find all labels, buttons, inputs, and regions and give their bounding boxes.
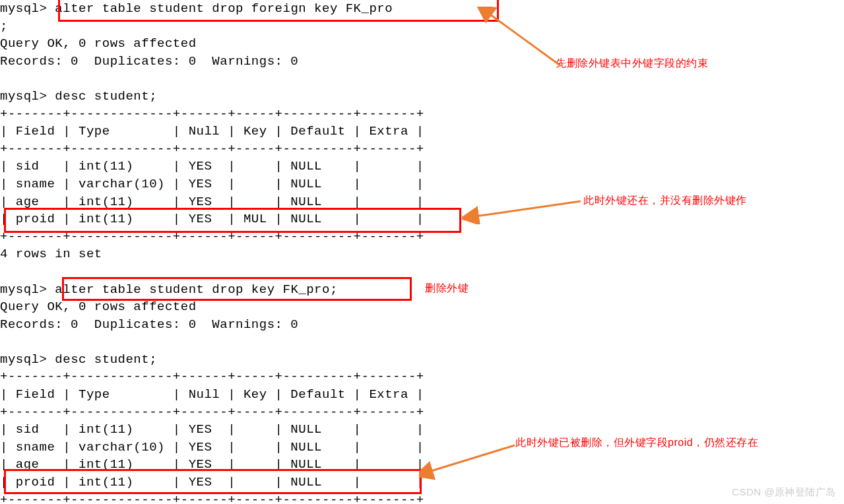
annotation-2: 此时外键还在，并没有删除外键作	[583, 194, 747, 208]
table-row: | sname | varchar(10) | YES | | NULL | |	[0, 175, 844, 193]
sql-command: alter table student drop foreign key FK_…	[55, 1, 393, 16]
table-separator: +-------+-------------+------+-----+----…	[0, 368, 844, 386]
table-separator: +-------+-------------+------+-----+----…	[0, 404, 844, 422]
table-row: | proid | int(11) | YES | MUL | NULL | |	[0, 210, 844, 228]
rows-in-set: 4 rows in set	[0, 245, 844, 263]
records-line: Records: 0 Duplicates: 0 Warnings: 0	[0, 316, 844, 334]
table-row: | age | int(11) | YES | | NULL | |	[0, 456, 844, 474]
annotation-3: 删除外键	[425, 282, 469, 296]
table-header: | Field | Type | Null | Key | Default | …	[0, 123, 844, 141]
prompt: mysql>	[0, 89, 47, 104]
records-line: Records: 0 Duplicates: 0 Warnings: 0	[0, 53, 844, 71]
query-ok: Query OK, 0 rows affected	[0, 298, 844, 316]
sql-desc: desc student;	[55, 352, 157, 367]
prompt: mysql>	[0, 282, 47, 297]
semicolon-line: ;	[0, 18, 844, 36]
query-ok: Query OK, 0 rows affected	[0, 35, 844, 53]
prompt: mysql>	[0, 352, 47, 367]
prompt: mysql>	[0, 1, 47, 16]
table-header: | Field | Type | Null | Key | Default | …	[0, 386, 844, 404]
annotation-1: 先删除外键表中外键字段的约束	[556, 57, 708, 71]
watermark: CSDN @原神登陆广岛	[732, 486, 836, 499]
table-row: | sid | int(11) | YES | | NULL | |	[0, 158, 844, 175]
table-separator: +-------+-------------+------+-----+----…	[0, 141, 844, 158]
table-separator: +-------+-------------+------+-----+----…	[0, 228, 844, 246]
table-row: | proid | int(11) | YES | | NULL | |	[0, 474, 844, 491]
table-separator: +-------+-------------+------+-----+----…	[0, 106, 844, 123]
table-separator: +-------+-------------+------+-----+----…	[0, 491, 844, 504]
sql-command: alter table student drop key FK_pro;	[55, 282, 337, 297]
terminal-output: mysql> alter table student drop foreign …	[0, 0, 844, 504]
sql-desc: desc student;	[55, 89, 157, 104]
annotation-4: 此时外键已被删除，但外键字段proid，仍然还存在	[515, 436, 758, 450]
